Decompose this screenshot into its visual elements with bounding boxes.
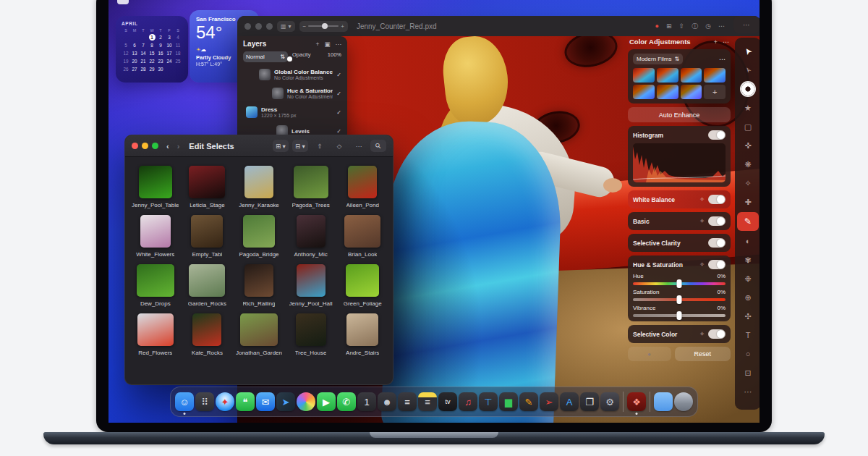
dock-system-settings[interactable]: ⚙ bbox=[600, 392, 619, 411]
layer-checkbox[interactable]: ✓ bbox=[336, 90, 341, 97]
wand-icon[interactable]: ✧ bbox=[699, 331, 705, 337]
preset-group-select[interactable]: Modern Films ⇅ bbox=[633, 54, 683, 64]
dock-trash[interactable] bbox=[674, 392, 693, 411]
file-item[interactable]: Jenny_Pool_Table bbox=[129, 166, 182, 208]
dock-apple-tv[interactable]: tv bbox=[438, 392, 457, 411]
forward-button[interactable]: › bbox=[177, 142, 180, 151]
file-item[interactable]: Red_Flowers bbox=[129, 313, 182, 356]
calendar-day[interactable]: 21 bbox=[140, 58, 147, 64]
more-button[interactable]: ⋯ bbox=[351, 140, 367, 152]
calendar-day[interactable]: 7 bbox=[140, 42, 147, 48]
calendar-day[interactable]: 27 bbox=[132, 66, 138, 72]
dock-calendar[interactable]: 1 bbox=[357, 392, 376, 411]
add-preset-button[interactable]: + bbox=[704, 85, 726, 99]
file-item[interactable]: Tree_House bbox=[285, 313, 337, 356]
sidebar-toggle[interactable]: ▥ ▾ bbox=[277, 21, 295, 32]
dock-finder[interactable]: ☺ bbox=[175, 392, 194, 411]
calendar-day[interactable]: 10 bbox=[166, 42, 173, 48]
dock-facetime[interactable]: ▶ bbox=[317, 392, 336, 411]
dock-keynote[interactable]: ⊤ bbox=[479, 392, 498, 411]
compare-button[interactable]: ● bbox=[628, 347, 671, 361]
layer-row[interactable]: Global Color BalanceNo Color Adjustments… bbox=[237, 65, 347, 84]
white-balance-card[interactable]: White Balance ✧ bbox=[628, 190, 731, 208]
view-grid-button[interactable]: ⊞ ▾ bbox=[273, 140, 289, 152]
zoom-in-icon[interactable]: + bbox=[341, 23, 344, 30]
file-item[interactable]: Kate_Rocks bbox=[182, 313, 234, 356]
selective-clarity-card[interactable]: Selective Clarity bbox=[628, 234, 731, 252]
preset-thumbnail[interactable] bbox=[657, 68, 678, 83]
editor-titlebar[interactable]: ▥ ▾ − + Jenny_Counter_Red.pxd ● ⊞ ⇧ ⓘ ◷ … bbox=[237, 16, 760, 36]
dock-documents-app[interactable]: ❐ bbox=[580, 392, 599, 411]
info-icon[interactable]: ⓘ bbox=[692, 22, 698, 31]
reset-button[interactable]: Reset bbox=[675, 347, 731, 361]
calendar-day[interactable]: 23 bbox=[158, 58, 164, 64]
slider-knob[interactable] bbox=[677, 295, 682, 304]
calendar-day[interactable]: 20 bbox=[132, 58, 138, 64]
calendar-day[interactable]: 18 bbox=[175, 50, 182, 56]
minimize-button[interactable] bbox=[255, 23, 262, 30]
dock-messages[interactable]: ❝ bbox=[236, 392, 255, 411]
file-item[interactable]: Green_Foliage bbox=[336, 264, 388, 307]
file-item[interactable]: Jenny_Karaoke bbox=[233, 166, 285, 208]
calendar-day[interactable]: 17 bbox=[166, 50, 173, 56]
calendar-day[interactable]: 8 bbox=[149, 42, 156, 48]
auto-enhance-button[interactable]: Auto Enhance bbox=[628, 107, 731, 122]
file-item[interactable]: Pagoda_Bridge bbox=[233, 215, 285, 258]
add-shape-tool[interactable]: ✚ bbox=[738, 193, 758, 211]
zoom-slider[interactable]: − + bbox=[299, 21, 348, 32]
preset-thumbnail[interactable] bbox=[681, 85, 702, 99]
file-item[interactable]: White_Flowers bbox=[129, 215, 182, 258]
repair-tool[interactable]: ✎ bbox=[737, 212, 759, 231]
selective-color-toggle[interactable] bbox=[708, 329, 726, 339]
calendar-widget[interactable]: APRIL SMTWTFS123456789101112131415161718… bbox=[116, 16, 188, 83]
zoom-window-button[interactable] bbox=[266, 23, 273, 30]
wand-icon[interactable]: ✧ bbox=[699, 218, 705, 224]
calendar-day[interactable]: 16 bbox=[158, 50, 164, 56]
layer-checkbox[interactable]: ✓ bbox=[336, 72, 341, 78]
blend-mode-select[interactable]: Normal ⇅ bbox=[243, 51, 288, 62]
more-icon[interactable]: ⋯ bbox=[718, 22, 725, 30]
calendar-day[interactable]: 15 bbox=[149, 50, 156, 56]
sharpen-tool[interactable]: ❉ bbox=[738, 270, 758, 287]
file-item[interactable]: Brian_Look bbox=[336, 215, 388, 258]
calendar-day[interactable]: 2 bbox=[158, 34, 164, 41]
finder-titlebar[interactable]: ‹ › Edit Selects ⊞ ▾ ⊟ ▾ ⇧ ◇ ⋯ ⚲ bbox=[125, 135, 393, 157]
group-layers-icon[interactable]: ▣ bbox=[324, 41, 330, 48]
histogram-toggle[interactable] bbox=[708, 130, 726, 140]
calendar-day[interactable]: 14 bbox=[140, 50, 147, 56]
slider-knob[interactable] bbox=[677, 279, 682, 288]
slider-knob[interactable] bbox=[677, 311, 682, 320]
close-button[interactable] bbox=[132, 143, 138, 149]
calendar-day[interactable]: 5 bbox=[123, 42, 129, 48]
minimize-button[interactable] bbox=[142, 143, 148, 149]
dock-mail[interactable]: ✉ bbox=[256, 392, 275, 411]
distort-tool[interactable]: ⊕ bbox=[738, 289, 758, 306]
group-by-button[interactable]: ⊟ ▾ bbox=[292, 140, 308, 152]
marquee-tool[interactable]: ▢ bbox=[738, 118, 758, 135]
move-tool[interactable]: ✜ bbox=[738, 137, 758, 154]
dock-reminders[interactable]: ≡ bbox=[398, 392, 417, 411]
calendar-day[interactable]: 6 bbox=[132, 42, 138, 48]
calendar-day[interactable]: 13 bbox=[132, 50, 138, 56]
preset-thumbnail[interactable] bbox=[657, 85, 678, 99]
dock-numbers[interactable]: ▆ bbox=[499, 392, 518, 411]
calendar-day[interactable]: 25 bbox=[175, 58, 182, 64]
white-balance-toggle[interactable] bbox=[708, 195, 726, 204]
calendar-day[interactable]: 11 bbox=[175, 42, 182, 48]
calendar-day[interactable]: 3 bbox=[166, 34, 173, 41]
calendar-day[interactable]: 24 bbox=[166, 58, 173, 64]
calendar-day[interactable]: 4 bbox=[175, 34, 182, 41]
dock-photomator[interactable]: ❖ bbox=[627, 392, 646, 411]
brush-tool[interactable] bbox=[741, 83, 754, 96]
back-button[interactable]: ‹ bbox=[166, 142, 169, 151]
add-adjustment-button[interactable]: + bbox=[714, 38, 718, 46]
wand-icon[interactable]: ✧ bbox=[699, 196, 705, 203]
basic-toggle[interactable] bbox=[708, 216, 726, 226]
selective-color-card[interactable]: Selective Color ✧ bbox=[628, 325, 731, 343]
basic-card[interactable]: Basic ✧ bbox=[628, 212, 731, 230]
calendar-day[interactable]: 12 bbox=[123, 50, 129, 56]
color-more-icon[interactable]: ⋯ bbox=[723, 38, 729, 46]
selective-clarity-toggle[interactable] bbox=[708, 238, 726, 248]
dock-downloads-folder[interactable] bbox=[654, 392, 673, 411]
dock-photos[interactable] bbox=[297, 392, 315, 411]
